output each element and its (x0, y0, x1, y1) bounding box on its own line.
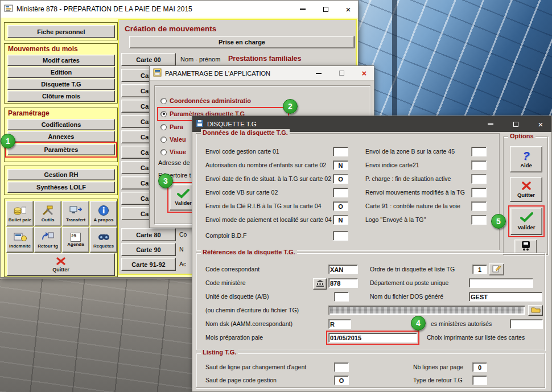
radio-coordonnees[interactable]: Coordonnées administratio (160, 96, 251, 105)
edit-list-button[interactable] (489, 263, 504, 275)
maximize-button[interactable] (332, 66, 351, 80)
radio-visuel[interactable]: Visue (160, 147, 186, 156)
prise-en-charge-button[interactable]: Prise en charge (129, 36, 355, 48)
field-label: (ou chemin d'écriture du fichier TG) (205, 307, 299, 313)
minimize-button[interactable] (293, 1, 312, 18)
carte-90-button[interactable]: Carte 90 (121, 243, 176, 256)
carte-91-92-button[interactable]: Carte 91-92 (121, 258, 176, 271)
field-label: Code correspondant (205, 266, 259, 273)
carte-80-button[interactable]: Carte 80 (121, 228, 176, 241)
pay-slip-icon (13, 205, 27, 217)
calendar-day: 25 (71, 233, 76, 238)
field-input[interactable] (333, 231, 348, 241)
radio-label: Visue (170, 148, 186, 155)
fiche-personnel-button[interactable]: Fiche personnel (7, 25, 115, 38)
field-input[interactable] (333, 174, 348, 184)
radio-valeurs[interactable]: Valeu (160, 135, 186, 144)
field-input[interactable] (333, 160, 348, 170)
aide-button[interactable]: ? Aide (510, 146, 542, 172)
outils-button[interactable]: Outils (34, 201, 61, 226)
field-label: Envoi code gestion carte 01 (205, 148, 279, 155)
field-input[interactable] (471, 188, 487, 197)
close-button[interactable]: × (339, 1, 358, 18)
options-groupbox: Options ? Aide Quitter Valider (503, 137, 548, 255)
close-button[interactable]: × (355, 66, 374, 80)
saut-ligne-input[interactable] (334, 362, 349, 372)
transfert-button[interactable]: Transfert (62, 201, 89, 226)
calendar-icon: 25 (71, 233, 81, 242)
field-input[interactable] (333, 147, 348, 156)
fiche-group: Fiche personnel (4, 22, 118, 40)
references-groupbox: Références de la disquette T.G. Code cor… (196, 253, 545, 350)
maximize-button[interactable] (505, 116, 526, 132)
field-label: Autorisation du nombre d'enfants sur car… (205, 162, 326, 168)
field-input[interactable] (471, 174, 487, 184)
bank-button[interactable] (313, 278, 327, 290)
money-icon (13, 231, 27, 244)
nom-dsk-input[interactable] (328, 319, 351, 329)
field-label: Comptoir B.D.F (205, 232, 246, 239)
field-label: Type de retour T.G (413, 377, 463, 383)
modif-cartes-button[interactable]: Modif cartes (7, 55, 115, 66)
mouvements-title: Mouvements du mois (8, 45, 78, 53)
retour-tg-button[interactable]: Retour tg (34, 227, 61, 253)
unite-disquette-input[interactable] (334, 292, 349, 302)
type-retour-input[interactable] (472, 376, 487, 385)
quitter-app-button[interactable]: Quitter (7, 253, 115, 276)
syntheses-lolf-button[interactable]: Synthèses LOLF (7, 181, 115, 193)
requetes-button[interactable]: Requêtes (90, 227, 117, 253)
field-input[interactable] (471, 147, 487, 156)
edition-button[interactable]: Edition (7, 67, 115, 78)
folder-icon (531, 306, 541, 315)
bullet-paie-button[interactable]: Bullet paie (6, 201, 34, 226)
code-correspondant-input[interactable] (328, 265, 358, 274)
field-label: Nom du fichier DOS généré (370, 293, 443, 300)
parametrage-group: Paramétrage Codifications Annexes Paramè… (4, 108, 118, 162)
mois-preparation-paie-input[interactable] (328, 333, 417, 343)
disquette-tg-button[interactable]: Disquette T.G (7, 79, 115, 90)
chemin-input[interactable] (328, 306, 525, 315)
gestion-rh-button[interactable]: Gestion RH (7, 169, 115, 180)
donnees-groupbox: Données de la disquette T.G. Envoi code … (196, 133, 500, 250)
field-input[interactable] (471, 201, 487, 211)
fichier-dos-input[interactable] (469, 292, 542, 302)
agenda-button[interactable]: 25 Agenda (62, 227, 89, 253)
field-input[interactable] (333, 201, 348, 211)
ordre-tri-input[interactable] (472, 265, 487, 274)
field-input[interactable] (333, 188, 348, 197)
step-5-badge: 5 (491, 214, 506, 229)
maximize-button[interactable] (316, 1, 335, 18)
field-input[interactable] (333, 215, 348, 225)
nb-lignes-input[interactable] (472, 362, 487, 372)
valider-button[interactable]: Valider (510, 208, 542, 235)
parametres-button[interactable]: Paramètres (7, 144, 115, 155)
shuttle-train-button[interactable] (514, 240, 537, 254)
main-titlebar[interactable]: Ministère 878 - PREPARATION DE LA PAIE D… (1, 1, 358, 18)
browse-folder-button[interactable] (528, 305, 543, 316)
codifications-button[interactable]: Codifications (7, 119, 115, 130)
references-title: Références de la disquette T.G. (201, 249, 297, 255)
saut-page-input[interactable] (334, 376, 349, 385)
code-ministere-input[interactable] (328, 278, 358, 288)
close-button[interactable]: × (530, 116, 551, 132)
minimize-button[interactable] (480, 116, 501, 132)
field-input[interactable] (471, 160, 487, 170)
green-check-icon (177, 189, 190, 200)
a-propos-button[interactable]: A propos (90, 201, 117, 226)
parametrage-titlebar[interactable]: PARAMETRAGE DE L'APPLICATION × (150, 66, 374, 81)
field-label: Nb lignes par page (413, 364, 463, 370)
toolbar-group: Bullet paie Outils Transfert A prop (4, 199, 118, 277)
minimize-button[interactable] (309, 66, 328, 80)
cloture-mois-button[interactable]: Clôture mois (7, 90, 115, 102)
mouvements-group: Mouvements du mois Modif cartes Edition … (4, 43, 118, 104)
indemnite-button[interactable]: Indemnité (6, 227, 34, 253)
radio-parametres[interactable]: Para (160, 122, 183, 131)
carte-00-button[interactable]: Carte 00 (121, 53, 176, 66)
step-4-badge: 4 (411, 316, 426, 331)
departement-input[interactable] (469, 278, 533, 288)
annexes-button[interactable]: Annexes (7, 131, 115, 142)
quitter-button[interactable]: Quitter (510, 177, 542, 202)
tool-label: Bullet paie (9, 217, 31, 222)
field-input[interactable] (471, 215, 487, 225)
ministeres-input[interactable] (510, 319, 543, 329)
